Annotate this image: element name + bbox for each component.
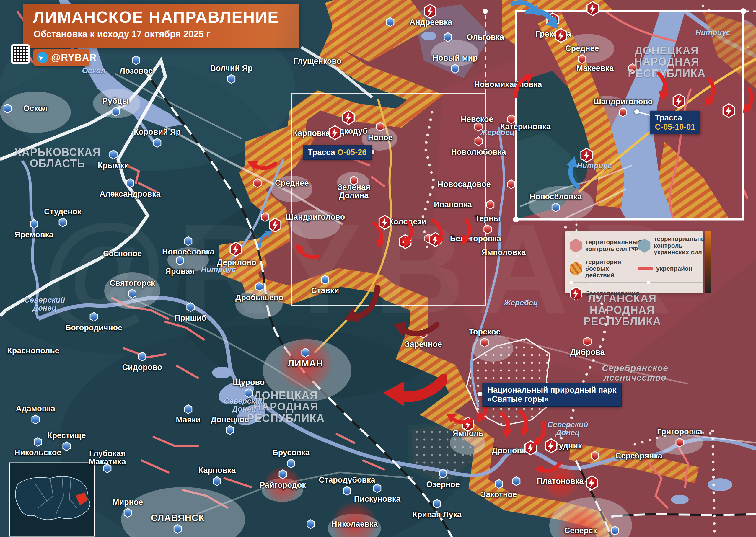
- legend-item-ukrep: укрепрайон: [638, 259, 710, 279]
- advance-arrow-red: [366, 222, 387, 250]
- city-label-зелёная-долина: Зелёная Долина: [337, 183, 370, 199]
- city-label-платоновка: Платоновка: [537, 477, 584, 485]
- river-label: Жеребец: [504, 299, 538, 307]
- city-label-григоровка: Григоровка: [657, 428, 702, 436]
- legend-divider: [569, 282, 710, 283]
- city-label-сидорово: Сидорово: [122, 363, 162, 371]
- city-label-новосёловка: Новосёловка: [162, 248, 214, 256]
- advance-arrow-red: [533, 456, 562, 477]
- city-label-яровая: Яровая: [165, 267, 194, 275]
- combat-zone-swatch: [569, 262, 582, 276]
- city-label-оскол: Оскол: [23, 104, 48, 112]
- callout-park: Национальный природный парк «Святые горы…: [482, 383, 621, 406]
- advance-arrow-red: [380, 361, 448, 410]
- city-label-макеевка: Макеевка: [576, 64, 614, 72]
- map-legend: территориальный контроль сил РФ территор…: [565, 231, 703, 293]
- city-label-невское: Невское: [461, 115, 493, 123]
- city-label-райгородок: Райгородок: [260, 481, 306, 489]
- city-label-брусовка: Брусовка: [272, 448, 310, 457]
- city-label-карповка: Карповка: [293, 129, 330, 137]
- city-label-шандриголово: Шандриголово: [593, 98, 652, 106]
- city-label-закотное: Закотное: [481, 490, 517, 499]
- city-label-сосновое: Сосновое: [103, 249, 142, 258]
- qr-pattern: [13, 46, 28, 62]
- city-label-пискуновка: Пискуновка: [354, 495, 400, 503]
- legend-item-ua-control: территориальный контроль украинских сил: [638, 235, 710, 256]
- legend-side-bar: [705, 231, 710, 293]
- city-label-пришиб: Пришиб: [175, 314, 206, 322]
- ukrep-line-swatch: [638, 268, 653, 270]
- rf-control-swatch: [569, 238, 582, 253]
- city-label-славянск: СЛАВЯНСК: [151, 514, 204, 523]
- river-label: Жеребец: [480, 129, 515, 137]
- city-label-диброва: Диброва: [570, 348, 605, 356]
- callout-road2: Трасса С-05-10-01: [650, 111, 700, 134]
- city-label-щурово: Щурово: [233, 378, 265, 387]
- city-label-яремовка: Яремовка: [15, 230, 54, 239]
- telegram-badge[interactable]: @RYBAR: [33, 49, 90, 66]
- city-label-лозовое: Лозовое: [120, 67, 153, 75]
- region-label: ХАРЬКОВСКАЯ ОБЛАСТЬ: [14, 146, 101, 169]
- city-label-рубцы: Рубцы: [103, 97, 129, 105]
- river-label: Нитриус: [695, 29, 730, 37]
- situation-map: @RYBAR ЛИМАНСКОЕ НАПРАВЛЕНИЕ Обстановка …: [0, 0, 756, 537]
- city-label-дробышево: Дробышево: [235, 293, 283, 302]
- ua-control-swatch: [638, 238, 651, 253]
- region-label: ЛУГАНСКАЯ НАРОДНАЯ РЕСПУБЛИКА: [583, 293, 661, 327]
- telegram-handle: @RYBAR: [51, 52, 97, 63]
- callout-road1: Трасса О-05-26: [303, 145, 371, 160]
- city-label-лиман: ЛИМАН: [288, 359, 323, 368]
- city-label-коровий яр: Коровий Яр: [134, 128, 181, 136]
- city-label-новое: Новое: [368, 134, 393, 142]
- city-label-среднее: Среднее: [275, 179, 309, 187]
- city-label-рудник: Рудник: [554, 442, 582, 450]
- river-label: Северский Донец: [224, 397, 265, 413]
- city-label-стародубовка: Стародубовка: [319, 476, 375, 484]
- river-label: Северский Донец: [548, 421, 588, 436]
- city-label-ямполовка: Ямполовка: [482, 248, 525, 257]
- clash-icon: [569, 286, 582, 301]
- city-label-александровка: Александровка: [100, 190, 160, 198]
- city-label-торское: Торское: [469, 328, 500, 336]
- advance-arrow-red: [426, 219, 447, 247]
- city-label-крестище: Крестище: [47, 431, 86, 439]
- city-label-николаевка: Николаевка: [331, 520, 378, 528]
- city-label-северск: Северск: [564, 526, 597, 535]
- river-label: Оскол: [82, 67, 105, 75]
- river-label: Северский Донец: [24, 296, 65, 312]
- city-label-мирное: Мирное: [112, 498, 143, 506]
- city-label-адамовка: Адамовка: [16, 404, 55, 413]
- city-label-терны: Терны: [475, 214, 500, 223]
- city-label-ольговка: Ольговка: [467, 33, 504, 41]
- city-label-никольское: Никольское: [15, 448, 62, 457]
- city-label-новосёловка: Новосёловка: [529, 192, 582, 201]
- city-label-богородичное: Богородичное: [65, 324, 122, 332]
- advance-arrow-red: [493, 412, 514, 440]
- city-label-карповка: Карповка: [198, 466, 236, 475]
- city-label-глубокая-макатиха: Глубокая Макатиха: [89, 449, 126, 466]
- city-label-андреевка: Андреевка: [410, 18, 452, 26]
- city-label-краснополье: Краснополье: [7, 347, 59, 355]
- city-label-маяки: Маяки: [176, 416, 201, 424]
- city-label-крымки: Крымки: [98, 161, 129, 169]
- ukraine-minimap: [10, 463, 95, 536]
- river-label: Нитриус: [201, 266, 236, 274]
- legend-item-rf-control: территориальный контроль сил РФ: [569, 235, 638, 256]
- telegram-icon: [37, 52, 48, 63]
- city-label-святогорск: Святогорск: [109, 279, 155, 287]
- city-label-студенок: Студенок: [44, 208, 81, 216]
- legend-item-combat-zone: территория боевых действий: [569, 259, 638, 279]
- city-label-новосадовое: Новосадовое: [438, 180, 491, 188]
- city-label-кривая лука: Кривая Лука: [412, 511, 462, 519]
- city-label-среднее: Среднее: [565, 44, 599, 53]
- city-label-серебрянка: Серебрянка: [615, 452, 662, 460]
- forest-label: Серебрянское лесничество: [602, 363, 668, 382]
- city-label-новый мир: Новый мир: [433, 54, 478, 62]
- city-label-шандриголово: Шандриголово: [286, 213, 345, 221]
- city-label-ивановка: Ивановка: [434, 200, 472, 209]
- qr-code[interactable]: [11, 44, 29, 64]
- city-label-ставки: Ставки: [311, 286, 339, 295]
- city-label-новолюбовка: Новолюбовка: [451, 148, 506, 156]
- city-label-озерное: Озерное: [426, 480, 459, 489]
- city-label-донецкое: Донецкое: [211, 415, 249, 424]
